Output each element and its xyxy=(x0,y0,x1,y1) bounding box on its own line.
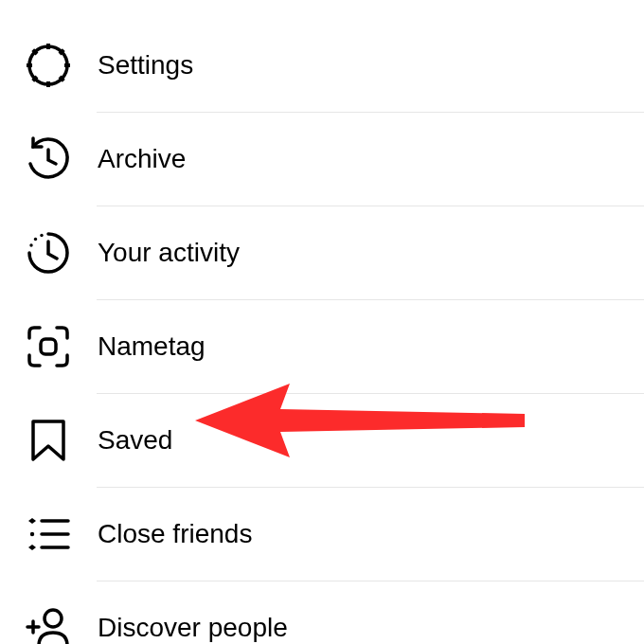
menu-item-archive[interactable]: Archive xyxy=(0,113,644,206)
menu-item-label: Settings xyxy=(98,50,193,80)
menu-item-label: Archive xyxy=(98,144,186,174)
svg-point-11 xyxy=(40,234,43,237)
menu-item-activity[interactable]: Your activity xyxy=(0,206,644,299)
svg-marker-13 xyxy=(33,421,63,459)
svg-marker-14 xyxy=(28,518,36,524)
menu-item-label: Your activity xyxy=(98,238,240,268)
close-friends-icon xyxy=(25,510,72,558)
menu-item-settings[interactable]: Settings xyxy=(0,19,644,112)
activity-icon xyxy=(25,229,72,277)
svg-point-16 xyxy=(30,532,34,536)
menu-item-label: Discover people xyxy=(98,613,288,643)
menu-item-label: Close friends xyxy=(98,519,252,549)
menu-item-saved[interactable]: Saved xyxy=(0,394,644,487)
discover-people-icon xyxy=(25,604,72,644)
svg-rect-12 xyxy=(41,339,56,354)
menu-item-close-friends[interactable]: Close friends xyxy=(0,488,644,581)
gear-icon xyxy=(25,42,72,89)
archive-icon xyxy=(25,135,72,183)
menu-item-label: Nametag xyxy=(98,331,206,362)
svg-point-20 xyxy=(45,610,62,627)
menu-item-nametag[interactable]: Nametag xyxy=(0,300,644,393)
svg-point-9 xyxy=(29,243,32,246)
menu-item-discover[interactable]: Discover people xyxy=(0,581,644,644)
profile-menu: Settings Archive Your activity xyxy=(0,0,644,644)
nametag-icon xyxy=(25,323,72,370)
bookmark-icon xyxy=(25,417,72,464)
menu-item-label: Saved xyxy=(98,425,172,456)
svg-marker-18 xyxy=(28,545,36,550)
svg-point-10 xyxy=(34,238,37,241)
